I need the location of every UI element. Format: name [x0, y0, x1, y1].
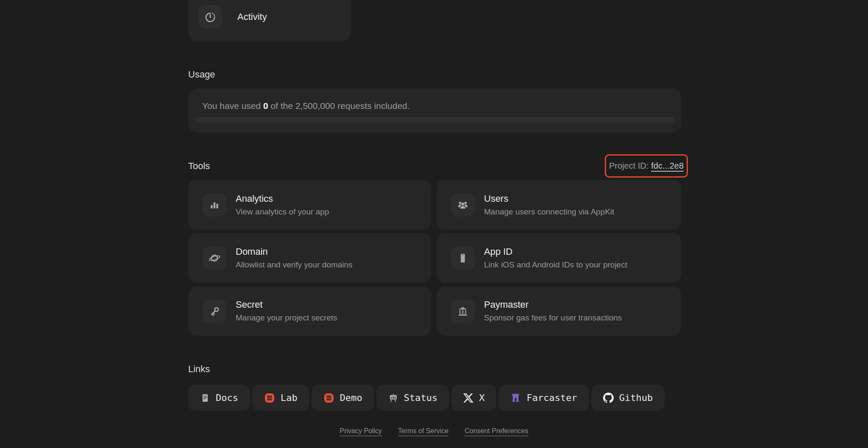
tool-card-title: Domain — [236, 246, 353, 257]
usage-used-value: 0 — [263, 101, 268, 111]
link-button-x[interactable]: X — [451, 385, 496, 411]
docs-icon — [200, 393, 210, 403]
usage-text-prefix: You have used — [202, 101, 263, 111]
usage-heading: Usage — [188, 69, 215, 80]
tool-card-app-id[interactable]: App ID Link iOS and Android IDs to your … — [437, 233, 681, 283]
phone-icon — [451, 246, 475, 270]
link-button-label: X — [479, 392, 484, 403]
tool-card-domain[interactable]: Domain Allowlist and verify your domains — [188, 233, 431, 283]
tool-card-subtitle: Link iOS and Android IDs to your project — [484, 260, 627, 270]
tool-card-subtitle: Allowlist and verify your domains — [236, 260, 353, 270]
tool-card-text: Analytics View analytics of your app — [236, 193, 329, 217]
tool-card-text: Users Manage users connecting via AppKit — [484, 193, 614, 217]
tool-card-title: Analytics — [236, 193, 329, 204]
tool-card-paymaster[interactable]: Paymaster Sponsor gas fees for user tran… — [437, 286, 681, 336]
link-button-label: Docs — [216, 392, 238, 403]
tool-card-text: App ID Link iOS and Android IDs to your … — [484, 246, 627, 270]
project-id-value[interactable]: fdc...2e8 — [651, 161, 684, 171]
tool-card-text: Secret Manage your project secrets — [236, 299, 337, 323]
usage-text: You have used 0 of the 2,500,000 request… — [202, 101, 410, 111]
link-button-farcaster[interactable]: Farcaster — [498, 385, 589, 411]
tools-heading: Tools — [188, 161, 210, 172]
bar-chart-icon — [203, 193, 226, 217]
link-button-label: Github — [619, 392, 653, 403]
tool-card-title: Users — [484, 193, 614, 204]
key-icon — [203, 299, 226, 323]
planet-icon — [203, 246, 226, 270]
footer-link-terms-of-service[interactable]: Terms of Service — [398, 427, 448, 435]
project-id-badge[interactable]: Project ID: fdc...2e8 — [605, 154, 688, 178]
link-button-demo[interactable]: Demo — [312, 385, 374, 411]
footer-link-consent-preferences[interactable]: Consent Preferences — [465, 427, 528, 435]
link-button-docs[interactable]: Docs — [188, 385, 250, 411]
dashboard-page: Activity Usage You have used 0 of the 2,… — [0, 0, 868, 448]
tool-card-users[interactable]: Users Manage users connecting via AppKit — [437, 180, 681, 230]
tool-card-secret[interactable]: Secret Manage your project secrets — [188, 286, 431, 336]
users-icon — [451, 193, 475, 217]
tool-card-title: App ID — [484, 246, 627, 257]
links-row: Docs Lab Demo — [188, 385, 665, 411]
usage-text-suffix: of the 2,500,000 requests included. — [268, 101, 410, 111]
tool-card-analytics[interactable]: Analytics View analytics of your app — [188, 180, 431, 230]
tool-card-subtitle: Manage users connecting via AppKit — [484, 207, 614, 217]
link-button-github[interactable]: Github — [591, 385, 665, 411]
activity-card[interactable]: Activity — [188, 0, 351, 42]
activity-card-label: Activity — [237, 5, 267, 29]
status-icon — [388, 393, 398, 403]
tools-grid: Analytics View analytics of your app Use… — [188, 180, 681, 336]
tool-card-subtitle: Sponsor gas fees for user transactions — [484, 313, 622, 323]
tool-card-subtitle: Manage your project secrets — [236, 313, 337, 323]
links-heading: Links — [188, 364, 210, 375]
link-button-status[interactable]: Status — [376, 385, 449, 411]
footer: Privacy Policy Terms of Service Consent … — [0, 427, 868, 435]
tool-card-subtitle: View analytics of your app — [236, 207, 329, 217]
usage-progress-track — [195, 117, 674, 122]
timer-icon — [198, 5, 222, 29]
tool-card-title: Secret — [236, 299, 337, 310]
x-logo-icon — [463, 393, 473, 403]
tool-card-title: Paymaster — [484, 299, 622, 310]
demo-icon — [323, 392, 334, 403]
github-icon — [603, 392, 614, 403]
link-button-label: Lab — [281, 392, 298, 403]
link-button-label: Demo — [340, 392, 362, 403]
usage-card: You have used 0 of the 2,500,000 request… — [188, 89, 681, 133]
project-id-label: Project ID: — [609, 161, 648, 171]
footer-link-privacy-policy[interactable]: Privacy Policy — [339, 427, 382, 435]
bank-icon — [451, 299, 475, 323]
tool-card-text: Paymaster Sponsor gas fees for user tran… — [484, 299, 622, 323]
link-button-label: Farcaster — [526, 392, 577, 403]
tool-card-text: Domain Allowlist and verify your domains — [236, 246, 353, 270]
farcaster-icon — [510, 392, 521, 403]
link-button-lab[interactable]: Lab — [252, 385, 309, 411]
link-button-label: Status — [404, 392, 437, 403]
lab-icon — [264, 392, 275, 403]
